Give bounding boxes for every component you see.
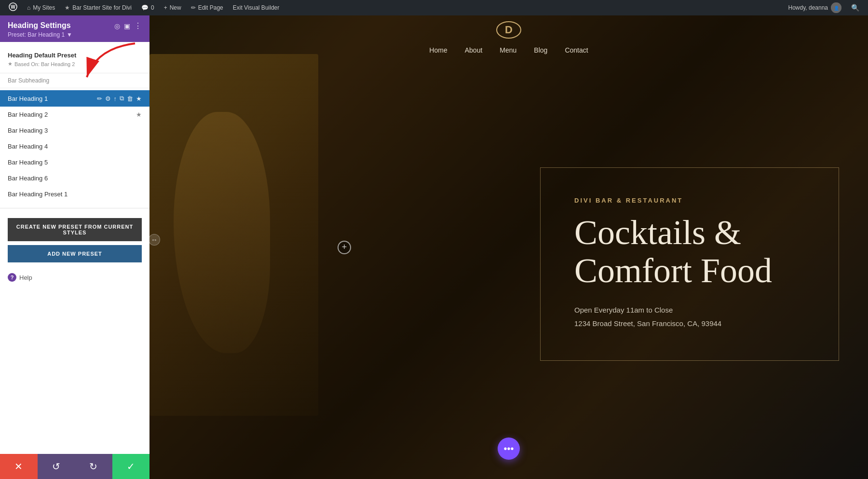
list-item[interactable]: Bar Heading 6 [0,170,149,186]
settings-icon[interactable]: ⚙ [105,95,111,102]
help-icon: ? [8,273,16,282]
preset-item-label: Bar Heading 3 [8,127,142,134]
list-item[interactable]: Bar Heading 3 [0,123,149,138]
hero-text-box: DIVI BAR & RESTAURANT Cocktails & Comfor… [540,167,839,361]
preset-item-label: Bar Heading 6 [8,175,142,182]
avatar: 👤 [831,2,841,13]
hero-title: Cocktails & Comfort Food [574,214,805,290]
nav-blog[interactable]: Blog [534,46,547,54]
svg-text:👤: 👤 [834,5,840,11]
site-name-item[interactable]: ★ Bar Starter Site for Divi [60,0,136,15]
chevron-down-icon: ▼ [67,31,72,38]
hero-subtitle: DIVI BAR & RESTAURANT [574,197,805,204]
admin-bar: W ⌂ My Sites ★ Bar Starter Site for Divi… [0,0,868,15]
nav-home[interactable]: Home [429,46,447,54]
panel-header: Heading Settings Preset: Bar Heading 1 ▼… [0,15,149,42]
user-menu[interactable]: Howdy, deanna 👤 [784,2,847,13]
preset-item-icons: ✏ ⚙ ↑ ⧉ 🗑 ★ [97,95,142,102]
list-item[interactable]: Bar Heading 5 [0,154,149,170]
new-item[interactable]: + New [159,0,186,15]
site-navigation: D Home About Menu Blog Contact [149,15,868,54]
hero-description: Open Everyday 11am to Close 1234 Broad S… [574,304,805,329]
nav-contact[interactable]: Contact [565,46,588,54]
star-icon: ★ [8,61,13,67]
confirm-button[interactable]: ✓ [112,454,150,479]
preset-item-label: Bar Heading Preset 1 [8,191,142,198]
list-item[interactable]: Bar Heading 1 ✏ ⚙ ↑ ⧉ 🗑 ★ [0,90,149,107]
nav-menu[interactable]: Menu [500,46,516,54]
panel-preset-label[interactable]: Preset: Bar Heading 1 ▼ [8,31,72,38]
hero-content: DIVI BAR & RESTAURANT Cocktails & Comfor… [333,68,839,460]
check-icon: ✓ [127,461,135,472]
pencil-icon: ✏ [191,4,196,11]
add-preset-button[interactable]: ADD NEW PRESET [8,245,142,262]
grid-icon[interactable]: ▣ [124,22,130,30]
redo-icon: ↻ [89,461,97,472]
edit-page-item[interactable]: ✏ Edit Page [186,0,228,15]
cancel-button[interactable]: ✕ [0,454,38,479]
preset-item-label: Bar Heading 5 [8,159,142,166]
star-icon: ★ [65,4,70,11]
search-icon[interactable]: 🔍 [846,4,864,12]
panel-body: Heading Default Preset ★ Based On: Bar H… [0,42,149,479]
nav-links: Home About Menu Blog Contact [429,46,588,54]
site-preview: D Home About Menu Blog Contact DIVI BAR … [149,15,868,479]
undo-icon: ↺ [52,461,60,472]
list-item[interactable]: Bar Heading Preset 1 [0,186,149,202]
star-icon[interactable]: ★ [136,111,142,118]
my-sites-menu[interactable]: ⌂ My Sites [22,0,60,15]
bottom-action-bar: ✕ ↺ ↻ ✓ [0,454,149,479]
comment-icon: 💬 [141,4,149,11]
wp-icon: W [9,2,17,13]
panel-buttons: CREATE NEW PRESET FROM CURRENT STYLES AD… [0,212,149,268]
preset-item-label: Bar Heading 4 [8,143,142,150]
duplicate-icon[interactable]: ⧉ [120,95,124,102]
subheading-label: Bar Subheading [0,73,149,88]
close-icon: ✕ [14,461,23,472]
exit-builder-item[interactable]: Exit Visual Builder [228,0,285,15]
home-icon: ⌂ [27,4,30,11]
redo-button[interactable]: ↻ [75,454,112,479]
wp-logo[interactable]: W [4,0,22,15]
help-section[interactable]: ? Help [0,268,149,287]
preset-item-label: Bar Heading 1 [8,95,97,102]
heading-settings-panel: Heading Settings Preset: Bar Heading 1 ▼… [0,15,149,479]
create-preset-button[interactable]: CREATE NEW PRESET FROM CURRENT STYLES [8,218,142,241]
dots-icon: ••• [503,443,514,454]
panel-divider [0,208,149,208]
more-icon[interactable]: ⋮ [134,21,142,30]
undo-button[interactable]: ↺ [38,454,75,479]
list-item[interactable]: Bar Heading 2 ★ [0,107,149,123]
upload-icon[interactable]: ↑ [114,95,117,102]
default-preset-title: Heading Default Preset [8,52,142,59]
panel-resize-handle[interactable]: ↔ [149,234,160,246]
nav-about[interactable]: About [465,46,483,54]
comments-item[interactable]: 💬 0 [136,0,159,15]
add-module-button[interactable]: + [338,241,351,254]
delete-icon[interactable]: 🗑 [127,95,133,102]
panel-header-actions: ◎ ▣ ⋮ [114,21,142,30]
default-preset-section: Heading Default Preset ★ Based On: Bar H… [0,48,149,73]
edit-icon[interactable]: ✏ [97,95,102,102]
fab-menu-button[interactable]: ••• [498,438,520,460]
star-icon[interactable]: ★ [136,95,142,102]
plus-icon: + [164,4,167,11]
preset-list: Bar Heading 1 ✏ ⚙ ↑ ⧉ 🗑 ★ Bar Heading 2 … [0,88,149,204]
svg-text:W: W [11,4,15,10]
default-preset-sub: ★ Based On: Bar Heading 2 [8,61,142,67]
list-item[interactable]: Bar Heading 4 [0,138,149,154]
preset-item-label: Bar Heading 2 [8,111,136,118]
layout-icon[interactable]: ◎ [114,22,120,30]
panel-title: Heading Settings [8,21,72,30]
site-logo: D [496,21,521,39]
